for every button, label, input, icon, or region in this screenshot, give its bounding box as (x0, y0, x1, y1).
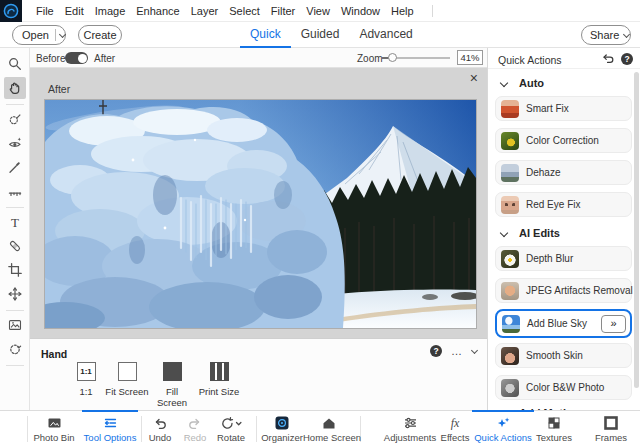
quick-selection-tool-icon[interactable] (4, 108, 26, 130)
rotate-button[interactable]: Rotate (208, 411, 254, 446)
fill-screen-label: Fill Screen (157, 386, 187, 408)
section-auto[interactable]: Auto (488, 74, 640, 94)
close-icon[interactable]: × (470, 71, 478, 85)
textures-button[interactable]: Textures (530, 411, 578, 446)
open-button[interactable]: Open (12, 25, 66, 45)
reset-icon[interactable] (601, 52, 615, 65)
tool-divider (6, 365, 24, 366)
after-label: After (94, 53, 115, 64)
redo-button[interactable]: Redo (178, 411, 212, 446)
red-eye-tool-icon[interactable] (4, 132, 26, 154)
svg-text:fx: fx (451, 416, 460, 430)
tool-divider (6, 310, 24, 311)
mode-tabs: Quick Guided Advanced (240, 22, 423, 48)
move-tool-icon[interactable] (4, 283, 26, 305)
menu-help[interactable]: Help (391, 5, 414, 17)
sparkles-icon (470, 414, 536, 432)
menu-edit[interactable]: Edit (65, 5, 84, 17)
fit-screen-button[interactable]: Fit Screen (105, 362, 149, 397)
home-icon (303, 414, 355, 432)
apply-action-button[interactable]: » (601, 315, 626, 333)
image-canvas[interactable]: After × (30, 68, 487, 338)
share-button[interactable]: Share (581, 25, 631, 45)
quick-actions-title: Quick Actions (498, 54, 562, 66)
menu-enhance[interactable]: Enhance (136, 5, 179, 17)
help-icon[interactable]: ? (621, 53, 633, 65)
create-label: Create (83, 29, 116, 41)
dehaze-label: Dehaze (526, 167, 560, 178)
fill-screen-button[interactable]: Fill Screen (150, 362, 194, 408)
depth-blur-label: Depth Blur (526, 253, 573, 264)
red-eye-fix-label: Red Eye Fix (526, 199, 580, 210)
hand-tool-icon[interactable] (4, 77, 26, 99)
panel-scrollbar[interactable] (634, 72, 639, 388)
rotate-tool-icon[interactable] (4, 338, 26, 360)
action-add-blue-sky[interactable]: Add Blue Sky » (495, 309, 632, 338)
zoom-value-field[interactable]: 41% (457, 50, 483, 65)
textures-icon (530, 414, 578, 432)
action-smooth-skin[interactable]: Smooth Skin (495, 343, 632, 368)
zoom-label: Zoom (357, 53, 383, 64)
undo-button[interactable]: Undo (142, 411, 178, 446)
action-color-correction[interactable]: Color Correction (495, 128, 632, 153)
home-screen-label: Home Screen (303, 432, 355, 443)
adjustments-button[interactable]: Adjustments (378, 411, 442, 446)
action-depth-blur[interactable]: Depth Blur (495, 246, 632, 271)
menu-select[interactable]: Select (229, 5, 260, 17)
fill-screen-icon (163, 362, 182, 381)
crop-tool-icon[interactable] (4, 259, 26, 281)
smart-fix-thumbnail (501, 100, 519, 118)
action-color-bw-photo[interactable]: Color B&W Photo (495, 375, 632, 400)
tool-options-label: Tool Options (80, 432, 140, 443)
menu-window[interactable]: Window (341, 5, 380, 17)
fit-screen-icon (118, 362, 137, 381)
menu-file[interactable]: File (36, 5, 54, 17)
action-dehaze[interactable]: Dehaze (495, 160, 632, 185)
menu-filter[interactable]: Filter (271, 5, 295, 17)
dehaze-thumbnail (501, 164, 519, 182)
print-size-label: Print Size (199, 386, 240, 397)
recompose-tool-icon[interactable] (4, 314, 26, 336)
create-button[interactable]: Create (78, 25, 122, 45)
tab-advanced[interactable]: Advanced (349, 22, 422, 48)
zoom-tool-icon[interactable] (4, 53, 26, 75)
collapse-chevron-icon[interactable] (471, 346, 478, 353)
help-icon[interactable]: ? (430, 345, 442, 357)
section-ai-edits[interactable]: AI Edits (488, 224, 640, 244)
photo-ice-mount-fuji[interactable] (45, 100, 476, 328)
frames-label: Frames (586, 432, 636, 443)
print-size-button[interactable]: Print Size (197, 362, 241, 397)
color-correction-label: Color Correction (526, 135, 599, 146)
before-after-toggle[interactable] (65, 52, 88, 64)
canvas-view-label: After (48, 83, 70, 95)
add-blue-sky-thumbnail (502, 315, 520, 333)
action-jpeg-artifacts-removal[interactable]: JPEG Artifacts Removal (495, 278, 632, 303)
rotate-label: Rotate (208, 432, 254, 443)
menu-view[interactable]: View (306, 5, 330, 17)
quick-actions-button[interactable]: Quick Actions (470, 411, 536, 446)
whiten-teeth-tool-icon[interactable] (4, 156, 26, 178)
zoom-slider-handle[interactable] (388, 53, 397, 62)
actual-pixels-label: 1:1 (79, 386, 92, 397)
tab-guided[interactable]: Guided (291, 22, 350, 48)
actual-pixels-button[interactable]: 1:1 1:1 (64, 362, 108, 397)
organizer-button[interactable]: Organizer (258, 411, 306, 446)
open-label: Open (22, 29, 49, 41)
home-screen-button[interactable]: Home Screen (303, 411, 355, 446)
more-options-icon[interactable]: … (451, 347, 463, 355)
menu-image[interactable]: Image (95, 5, 126, 17)
spot-healing-tool-icon[interactable] (4, 235, 26, 257)
menu-layer[interactable]: Layer (191, 5, 219, 17)
straighten-tool-icon[interactable] (4, 180, 26, 202)
tab-quick[interactable]: Quick (240, 22, 291, 48)
chevron-down-icon[interactable] (59, 30, 66, 37)
adjustments-icon (378, 414, 442, 432)
type-tool-icon[interactable]: T (4, 211, 26, 233)
zoom-slider[interactable] (382, 57, 450, 59)
frames-button[interactable]: Frames (586, 411, 636, 446)
chevron-down-icon (500, 229, 508, 237)
action-red-eye-fix[interactable]: Red Eye Fix (495, 192, 632, 217)
photo-bin-button[interactable]: Photo Bin (28, 411, 80, 446)
action-smart-fix[interactable]: Smart Fix (495, 96, 632, 121)
tool-options-button[interactable]: Tool Options (80, 411, 140, 446)
